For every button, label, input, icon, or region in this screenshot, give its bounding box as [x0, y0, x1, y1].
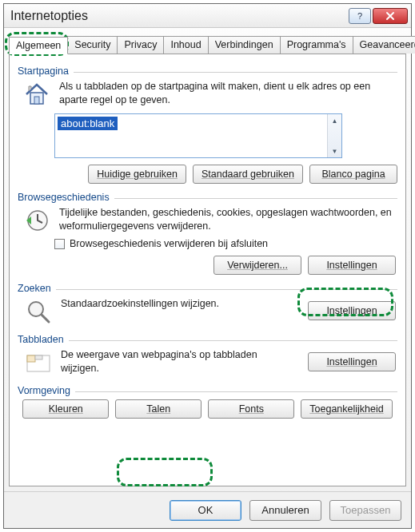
history-icon [22, 206, 51, 235]
history-delete-button[interactable]: Verwijderen... [213, 256, 301, 275]
home-icon [22, 80, 51, 109]
scroll-down-icon: ▼ [328, 145, 341, 157]
homepage-value: about:blank [58, 117, 118, 130]
cancel-button[interactable]: Annuleren [249, 500, 321, 521]
dialog-buttons: OK Annuleren Toepassen [4, 491, 411, 528]
use-blank-button[interactable]: Blanco pagina [309, 165, 397, 184]
svg-rect-5 [27, 355, 35, 362]
tabs-icon [24, 348, 53, 377]
group-search: Zoeken Standaardzoekinstellingen wijzige… [18, 283, 397, 328]
tabpanel-algemeen: Startpagina Als u tabbladen op de startp… [9, 54, 406, 486]
use-default-button[interactable]: Standaard gebruiken [193, 165, 303, 184]
group-startpagina: Startpagina Als u tabbladen op de startp… [18, 66, 397, 185]
legend-appearance: Vormgeving [18, 385, 70, 396]
history-settings-button[interactable]: Instellingen [308, 256, 396, 275]
homepage-textarea[interactable]: about:blank ▲ ▼ [54, 113, 342, 158]
legend-history: Browsegeschiedenis [18, 192, 110, 203]
tabstrip: Algemeen Security Privacy Inhoud Verbind… [9, 36, 406, 54]
help-button[interactable]: ? [349, 8, 371, 24]
languages-button[interactable]: Talen [115, 399, 202, 419]
tabs-desc: De weergave van webpagina's op tabbladen… [61, 348, 298, 375]
scrollbar[interactable]: ▲ ▼ [327, 114, 341, 157]
window-title: Internetopties [10, 9, 347, 23]
legend-search: Zoeken [18, 283, 51, 294]
fonts-button[interactable]: Fonts [208, 399, 294, 419]
internet-options-window: Internetopties ? Algemeen Security Priva… [3, 3, 412, 529]
scroll-up-icon: ▲ [328, 114, 341, 127]
delete-on-exit-checkbox[interactable]: Browsegeschiedenis verwijderen bij afslu… [54, 238, 268, 249]
use-current-button[interactable]: Huidige gebruiken [88, 165, 186, 184]
tab-geavanceerd[interactable]: Geavanceerd [353, 36, 415, 54]
tab-verbindingen[interactable]: Verbindingen [208, 36, 281, 54]
accessibility-button[interactable]: Toegankelijkheid [301, 399, 392, 419]
tab-algemeen[interactable]: Algemeen [9, 37, 68, 54]
search-desc: Standaardzoekinstellingen wijzigen. [61, 297, 298, 311]
tab-programmas[interactable]: Programma's [280, 36, 353, 54]
highlight-languages-button [117, 458, 213, 486]
legend-startpagina: Startpagina [18, 66, 69, 77]
delete-on-exit-label: Browsegeschiedenis verwijderen bij afslu… [70, 238, 268, 249]
startpagina-desc: Als u tabbladen op de startpagina wilt m… [59, 80, 396, 107]
close-button[interactable] [373, 8, 408, 24]
tab-privacy[interactable]: Privacy [117, 36, 164, 54]
search-settings-button[interactable]: Instellingen [308, 301, 396, 320]
history-desc: Tijdelijke bestanden, geschiedenis, cook… [59, 206, 396, 233]
tabs-settings-button[interactable]: Instellingen [308, 352, 396, 371]
legend-tabs: Tabbladen [18, 334, 64, 345]
titlebar: Internetopties ? [4, 4, 411, 28]
group-history: Browsegeschiedenis Tijdelijke bestanden,… [18, 192, 397, 276]
svg-rect-1 [34, 97, 39, 104]
svg-rect-6 [35, 355, 42, 359]
group-appearance: Vormgeving Kleuren Talen Fonts Toegankel… [18, 385, 397, 422]
colors-button[interactable]: Kleuren [22, 399, 109, 419]
tab-security[interactable]: Security [67, 36, 118, 54]
group-tabs: Tabbladen De weergave van webpagina's op… [18, 334, 397, 379]
apply-button: Toepassen [329, 500, 401, 521]
close-icon [385, 11, 395, 21]
checkbox-box [54, 239, 65, 249]
search-icon [24, 297, 53, 326]
tab-inhoud[interactable]: Inhoud [163, 36, 208, 54]
ok-button[interactable]: OK [170, 500, 241, 521]
